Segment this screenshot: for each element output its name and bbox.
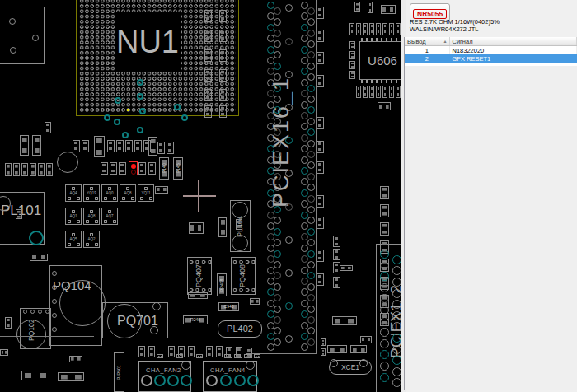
column-header-pin[interactable]: Вывод ▴	[405, 37, 449, 46]
column-header-signal[interactable]: Сигнал	[449, 37, 577, 46]
component-transistor[interactable]: AQ5	[65, 231, 82, 248]
pin-ring	[246, 361, 255, 370]
slot-hole	[274, 151, 281, 158]
via	[29, 231, 44, 245]
pin-number-cell[interactable]: 2	[405, 54, 449, 63]
signal-cell[interactable]: N18322020	[449, 46, 577, 55]
ic-pin-strip	[361, 38, 401, 41]
smd-part	[356, 86, 361, 98]
smd-part	[349, 71, 355, 79]
slot-hole	[285, 236, 293, 244]
pcb-canvas[interactable]: NU1 PCIEX16_1 PCIEX1_2 U606 PL101 PQ104 …	[0, 0, 401, 392]
smd-part	[204, 69, 212, 82]
smd-part	[101, 162, 108, 175]
slot-hole	[274, 338, 281, 346]
via	[181, 114, 188, 121]
slot-hole	[267, 57, 274, 64]
slot-hole	[301, 189, 308, 197]
component-transistor[interactable]: AQ1	[65, 208, 82, 225]
table-header-row: Вывод ▴ Сигнал	[405, 37, 577, 46]
smd-part	[30, 163, 36, 176]
pin-ring	[150, 326, 158, 334]
smd-part	[354, 2, 360, 12]
component-transistor[interactable]: YQ11	[138, 184, 154, 202]
pin-row[interactable]: 1N18322020	[405, 46, 577, 55]
slot-hole	[307, 140, 315, 147]
smd-part	[349, 61, 355, 69]
smd-part	[389, 23, 394, 35]
slot-hole	[285, 104, 293, 111]
slot-hole	[274, 63, 281, 70]
smd-part	[376, 86, 381, 98]
component-transistor[interactable]: YQ19	[83, 184, 100, 202]
slot-hole	[301, 101, 308, 109]
smd-part	[176, 354, 183, 358]
slot-hole	[307, 106, 315, 114]
component-transistor[interactable]: AQ2	[83, 231, 100, 248]
component-nu1[interactable]: NU1	[76, 0, 239, 116]
slot-hole	[307, 250, 315, 258]
slot-hole	[274, 51, 281, 58]
component-transistor[interactable]: AQ4	[65, 184, 82, 202]
slot-hole	[267, 24, 274, 31]
smd-part	[250, 298, 260, 305]
smd-part	[196, 354, 203, 358]
smd-part	[125, 140, 133, 152]
highlight-pad-outline	[131, 170, 136, 175]
slot-hole	[380, 250, 389, 259]
component-transistor[interactable]: AQ8	[83, 208, 100, 225]
pin-row[interactable]: 2GFX RESET1	[405, 54, 577, 63]
highlighted-component-nr5055[interactable]	[129, 161, 138, 175]
component-transistor[interactable]: AQ7	[101, 208, 118, 225]
slot-hole	[392, 322, 401, 331]
slot-hole	[267, 156, 274, 164]
slot-hole	[274, 272, 281, 279]
slot-hole	[274, 184, 281, 191]
component-transistor[interactable]: AQ0	[101, 184, 118, 202]
component-transistor[interactable]: AQ8	[120, 184, 136, 202]
slot-hole	[301, 35, 308, 42]
slot-hole	[301, 322, 308, 329]
component-label: NU1	[116, 26, 179, 58]
slot-hole	[274, 261, 281, 268]
slot-hole	[307, 40, 315, 48]
signal-cell[interactable]: GFX RESET1	[449, 54, 577, 63]
slot-hole	[274, 128, 281, 136]
component-label: AQ1	[69, 214, 77, 218]
slot-hole	[267, 310, 274, 318]
component-label: CHA_FAN2	[146, 366, 181, 374]
component-label: CHA_FAN4	[210, 366, 246, 374]
slot-hole	[274, 206, 281, 213]
smd-part	[5, 317, 12, 329]
smd-part	[21, 163, 28, 176]
smd-part	[317, 117, 324, 129]
smd-part	[369, 86, 374, 98]
smd-part	[94, 136, 105, 157]
component-pl402[interactable]: PL402	[218, 320, 262, 338]
pin-number-cell[interactable]: 1	[405, 46, 449, 55]
slot-hole	[380, 328, 389, 337]
slot-hole	[267, 112, 274, 119]
pin-ring	[359, 359, 368, 367]
slot-hole	[274, 7, 281, 15]
fan-pin	[247, 375, 259, 386]
slot-hole	[301, 288, 308, 296]
slot-hole	[307, 30, 315, 37]
component-r240[interactable]: R240	[183, 315, 208, 324]
slot-hole	[285, 269, 293, 277]
slot-hole	[392, 311, 401, 320]
smd-part	[234, 354, 241, 358]
slot-hole	[380, 294, 389, 303]
smd-part	[363, 23, 368, 35]
slot-hole	[307, 206, 315, 213]
component-u606[interactable]: U606	[359, 41, 401, 80]
slot-hole	[274, 118, 281, 125]
slot-hole	[274, 106, 281, 114]
smd-part	[134, 140, 142, 152]
sort-ascending-icon: ▴	[443, 38, 446, 44]
slot-hole	[274, 40, 281, 48]
pin-ring	[107, 304, 142, 338]
component-c940[interactable]: C940	[218, 302, 239, 311]
component-label: AQ8	[87, 214, 95, 218]
slot-hole	[301, 278, 308, 285]
